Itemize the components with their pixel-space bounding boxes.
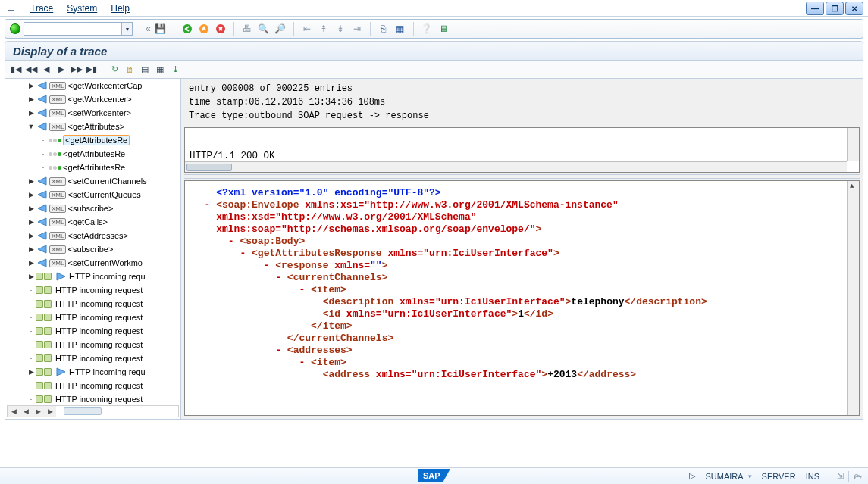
tree-row[interactable]: ▶HTTP incoming requ xyxy=(5,365,180,379)
tree-row[interactable]: ·HTTP incoming request xyxy=(5,338,180,351)
close-button[interactable]: ✕ xyxy=(845,2,863,15)
tree-row[interactable]: ▶XML<setCurrentWorkmo xyxy=(5,256,180,270)
scroll-left2-icon[interactable]: ◀ xyxy=(20,406,32,417)
tree-toggle-icon[interactable]: ▶ xyxy=(28,192,34,198)
back-chevron[interactable]: « xyxy=(146,23,151,34)
tree-row[interactable]: ▶XML<getCalls> xyxy=(5,215,180,229)
tree-toggle-icon[interactable]: ▶ xyxy=(28,205,34,211)
save-icon[interactable]: 💾 xyxy=(154,22,168,36)
tree-toggle-icon[interactable]: ▶ xyxy=(28,219,34,225)
restore-button[interactable]: ❐ xyxy=(826,2,844,15)
page-up-icon[interactable]: ⇞ xyxy=(317,22,331,36)
refresh-icon[interactable]: ↻ xyxy=(108,64,121,76)
tree-row[interactable]: ▶XML<setWorkcenter> xyxy=(5,106,180,120)
print-icon[interactable]: 🖶 xyxy=(240,22,254,36)
tree-row[interactable]: ▼XML<getAttributes> xyxy=(5,120,180,133)
tree-row[interactable]: ▶XML<getWorkcenterCap xyxy=(5,79,180,92)
fast-next-icon[interactable]: ▶▶ xyxy=(71,64,83,76)
next-icon[interactable]: ▶ xyxy=(55,64,67,76)
tree-row[interactable]: ▶XML<getWorkcenter> xyxy=(5,92,180,106)
doc-icon[interactable]: 🗎 xyxy=(124,64,136,76)
command-field-dropdown[interactable]: ▾ xyxy=(122,22,133,36)
tree-toggle-icon[interactable]: ▶ xyxy=(28,246,34,252)
tree-row[interactable]: ·<getAttributesRe xyxy=(5,161,180,174)
http-vscrollbar[interactable] xyxy=(847,128,859,161)
list-icon[interactable]: ▤ xyxy=(139,64,151,76)
tree-toggle-icon[interactable]: ▶ xyxy=(28,260,34,266)
tree-toggle-icon[interactable]: · xyxy=(28,314,34,320)
minimize-button[interactable]: — xyxy=(806,2,824,15)
page-last-icon[interactable]: ⇥ xyxy=(350,22,364,36)
tree-toggle-icon[interactable]: ▼ xyxy=(28,123,34,130)
first-record-icon[interactable]: ▮◀ xyxy=(10,64,22,76)
tree-toggle-icon[interactable]: ▶ xyxy=(28,233,34,239)
tree-toggle-icon[interactable]: · xyxy=(28,355,34,361)
tree-hscrollbar[interactable]: ◀ ◀ ▶ ▶ xyxy=(7,405,179,417)
find-icon[interactable]: 🔍 xyxy=(257,22,271,36)
tree-row[interactable]: ▶XML<setCurrentQueues xyxy=(5,188,180,201)
trace-tree[interactable]: ▶XML<getWorkcenterCap▶XML<getWorkcenter>… xyxy=(5,79,181,419)
last-record-icon[interactable]: ▶▮ xyxy=(86,64,98,76)
tree-toggle-icon[interactable]: ▶ xyxy=(28,110,34,116)
tree-toggle-icon[interactable]: ▶ xyxy=(28,83,34,89)
layout-icon[interactable]: ▦ xyxy=(393,22,407,36)
tree-row[interactable]: ▶XML<subscribe> xyxy=(5,201,180,215)
tree-toggle-icon[interactable]: ▶ xyxy=(28,96,34,102)
splitter-icon[interactable] xyxy=(184,174,860,179)
tree-toggle-icon[interactable]: · xyxy=(28,383,34,389)
prev-icon[interactable]: ◀ xyxy=(40,64,52,76)
tree-toggle-icon[interactable]: · xyxy=(40,137,46,143)
tree-toggle-icon[interactable]: · xyxy=(28,396,34,402)
tree-toggle-icon[interactable]: · xyxy=(40,151,46,157)
tree-row[interactable]: ·HTTP incoming request xyxy=(5,297,180,311)
menu-help[interactable]: Help xyxy=(111,3,130,14)
tree-toggle-icon[interactable]: · xyxy=(28,342,34,348)
tree-toggle-icon[interactable]: · xyxy=(28,287,34,293)
help-icon[interactable]: ❔ xyxy=(420,22,434,36)
tree-toggle-icon[interactable]: · xyxy=(40,164,46,170)
tree-row[interactable]: ·HTTP incoming request xyxy=(5,379,180,392)
fast-prev-icon[interactable]: ◀◀ xyxy=(25,64,37,76)
scroll-left-icon[interactable]: ◀ xyxy=(8,406,20,417)
info-type: Trace type:outbound SOAP request -> resp… xyxy=(189,109,855,123)
xml-vscrollbar[interactable] xyxy=(847,181,859,415)
tree-toggle-icon[interactable]: ▶ xyxy=(28,273,34,279)
tree-row[interactable]: ·HTTP incoming request xyxy=(5,324,180,338)
status-icon-2[interactable]: 🗁 xyxy=(854,472,862,481)
tree-toggle-icon[interactable]: · xyxy=(28,301,34,307)
menu-system[interactable]: System xyxy=(67,3,97,14)
tree-toggle-icon[interactable]: ▶ xyxy=(28,178,34,184)
status-icon-1[interactable]: ⇲ xyxy=(837,471,844,481)
tree-row[interactable]: ▶XML<subscribe> xyxy=(5,242,180,256)
page-first-icon[interactable]: ⇤ xyxy=(300,22,314,36)
new-session-icon[interactable]: ⎘ xyxy=(377,22,390,36)
tree-row[interactable]: ·HTTP incoming request xyxy=(5,351,180,365)
http-hscrollbar[interactable] xyxy=(185,161,847,172)
tree-toggle-icon[interactable]: ▶ xyxy=(28,369,34,375)
table-icon[interactable]: ▦ xyxy=(154,64,166,76)
scroll-right-icon[interactable]: ▶ xyxy=(32,406,44,417)
tree-row[interactable]: ▶XML<setAddresses> xyxy=(5,229,180,242)
gui-icon[interactable]: 🖥 xyxy=(437,22,450,36)
tree-row[interactable]: ·<getAttributesRe xyxy=(5,133,180,147)
status-play-icon[interactable]: ▷ xyxy=(689,471,695,481)
tree-label: HTTP incoming request xyxy=(55,299,143,308)
tree-toggle-icon[interactable]: · xyxy=(28,328,34,334)
tree-row[interactable]: ·HTTP incoming request xyxy=(5,283,180,297)
menu-trace[interactable]: Trace xyxy=(30,3,53,14)
tree-row[interactable]: ▶HTTP incoming requ xyxy=(5,270,180,283)
tree-row[interactable]: ·HTTP incoming request xyxy=(5,392,180,404)
export-icon[interactable]: ⤓ xyxy=(169,64,181,76)
nav-exit-icon[interactable] xyxy=(197,22,211,36)
tree-row[interactable]: ·<getAttributesRe xyxy=(5,147,180,161)
find-next-icon[interactable]: 🔎 xyxy=(274,22,287,36)
page-down-icon[interactable]: ⇟ xyxy=(334,22,347,36)
dropdown-icon[interactable]: ▾ xyxy=(748,473,752,480)
tree-row[interactable]: ·HTTP incoming request xyxy=(5,311,180,324)
scroll-right2-icon[interactable]: ▶ xyxy=(44,406,56,417)
arrow-right-icon xyxy=(55,367,67,377)
command-field[interactable] xyxy=(24,22,122,36)
nav-cancel-icon[interactable] xyxy=(214,22,227,36)
nav-back-icon[interactable] xyxy=(180,22,194,36)
tree-row[interactable]: ▶XML<setCurrentChannels xyxy=(5,174,180,188)
